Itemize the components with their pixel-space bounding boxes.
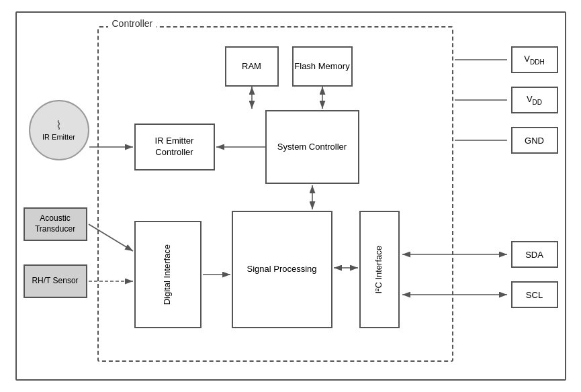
vddh-block: VDDH bbox=[511, 46, 558, 73]
i2c-interface-block: I²C Interface bbox=[359, 211, 400, 328]
diagram-container: Controller RAM Flash Memory System Contr… bbox=[15, 11, 566, 381]
ir-emitter-label: IR Emitter bbox=[42, 133, 75, 142]
digital-interface-block: Digital Interface bbox=[134, 221, 202, 328]
ir-emitter-controller-block: IR Emitter Controller bbox=[134, 124, 215, 170]
signal-processing-block: Signal Processing bbox=[232, 211, 332, 328]
rht-sensor-block: RH/T Sensor bbox=[24, 264, 87, 298]
sda-block: SDA bbox=[511, 241, 558, 268]
coil-icon: ⌇ bbox=[56, 118, 62, 133]
scl-block: SCL bbox=[511, 281, 558, 308]
controller-label: Controller bbox=[108, 18, 157, 29]
system-controller-block: System Controller bbox=[265, 110, 359, 184]
ir-emitter-circle: ⌇ IR Emitter bbox=[29, 100, 89, 160]
ram-block: RAM bbox=[225, 46, 279, 87]
acoustic-transducer-block: Acoustic Transducer bbox=[24, 207, 87, 241]
flash-memory-block: Flash Memory bbox=[292, 46, 353, 87]
vdd-block: VDD bbox=[511, 87, 558, 113]
gnd-block: GND bbox=[511, 127, 558, 154]
